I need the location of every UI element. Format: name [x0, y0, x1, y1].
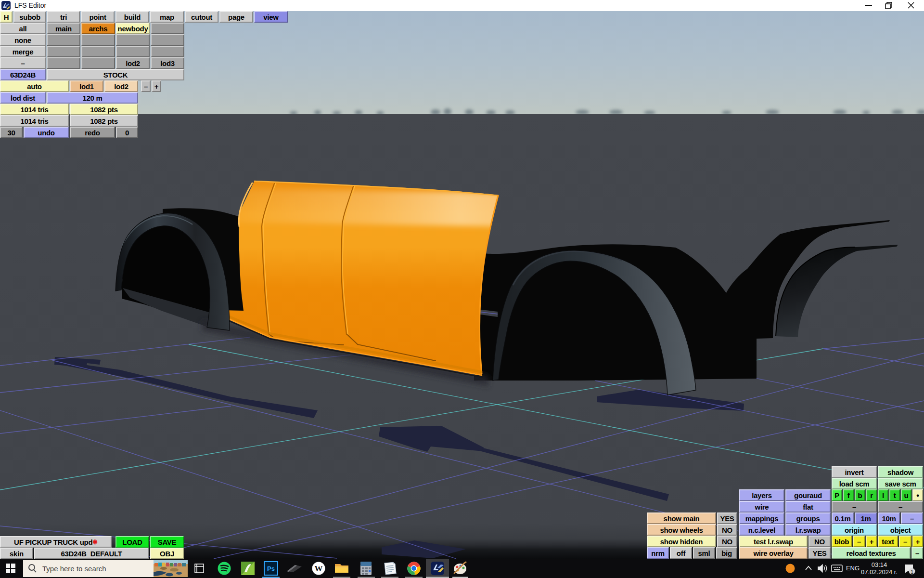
svg-text:LFS Editor: LFS Editor [14, 1, 46, 9]
svg-text:W: W [315, 564, 323, 573]
svg-text:1: 1 [911, 569, 913, 575]
svg-text:Ps: Ps [267, 565, 275, 572]
svg-text:07.02.2024 r.: 07.02.2024 r. [861, 568, 898, 576]
svg-text:Type here to search: Type here to search [42, 565, 106, 573]
svg-text:03:14: 03:14 [872, 561, 887, 568]
svg-text:ENG: ENG [846, 565, 860, 572]
